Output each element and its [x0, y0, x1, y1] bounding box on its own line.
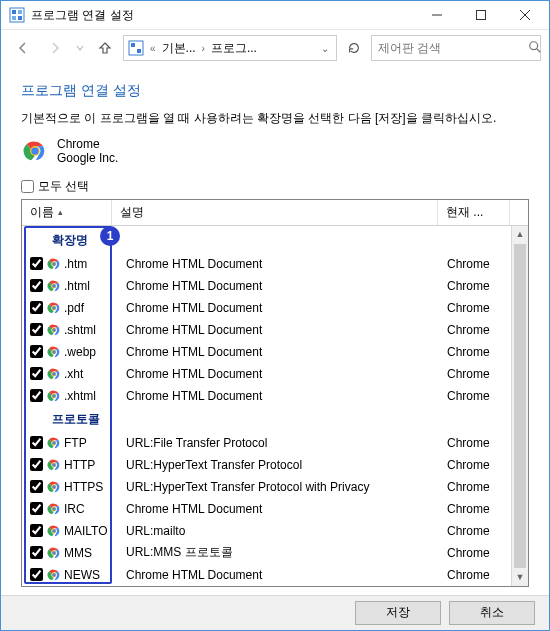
svg-point-40: [52, 441, 55, 444]
row-desc: Chrome HTML Document: [116, 279, 447, 293]
row-checkbox[interactable]: [30, 480, 43, 493]
chrome-icon: [46, 435, 62, 451]
table-row[interactable]: .xht Chrome HTML Document Chrome: [22, 363, 511, 385]
maximize-button[interactable]: [459, 1, 503, 29]
row-checkbox[interactable]: [30, 301, 43, 314]
chrome-icon: [46, 322, 62, 338]
row-checkbox[interactable]: [30, 323, 43, 336]
chrome-icon: [46, 278, 62, 294]
row-checkbox[interactable]: [30, 436, 43, 449]
breadcrumb-seg-2[interactable]: 프로그...: [211, 40, 257, 57]
chrome-icon: [46, 545, 62, 561]
row-checkbox[interactable]: [30, 345, 43, 358]
search-icon[interactable]: [528, 40, 542, 57]
svg-point-34: [52, 372, 55, 375]
control-panel-icon: [9, 7, 25, 23]
forward-button[interactable]: [41, 34, 69, 62]
row-current: Chrome: [447, 279, 511, 293]
history-dropdown-icon[interactable]: [73, 34, 87, 62]
row-checkbox[interactable]: [30, 257, 43, 270]
col-header-current[interactable]: 현재 ...: [438, 200, 510, 225]
row-checkbox[interactable]: [30, 502, 43, 515]
row-desc: Chrome HTML Document: [116, 389, 447, 403]
select-all-row[interactable]: 모두 선택: [21, 178, 529, 195]
row-name: IRC: [64, 502, 116, 516]
table-row[interactable]: .pdf Chrome HTML Document Chrome: [22, 297, 511, 319]
row-desc: URL:HyperText Transfer Protocol: [116, 458, 447, 472]
scroll-thumb[interactable]: [514, 244, 526, 568]
row-current: Chrome: [447, 524, 511, 538]
row-name: .webp: [64, 345, 116, 359]
chrome-icon: [46, 344, 62, 360]
chrome-icon: [46, 567, 62, 583]
row-name: .html: [64, 279, 116, 293]
row-checkbox[interactable]: [30, 389, 43, 402]
search-box[interactable]: [371, 35, 541, 61]
group-header-protocols: 프로토콜: [22, 407, 511, 432]
table-row[interactable]: .shtml Chrome HTML Document Chrome: [22, 319, 511, 341]
row-desc: URL:File Transfer Protocol: [116, 436, 447, 450]
row-checkbox[interactable]: [30, 279, 43, 292]
close-button[interactable]: [503, 1, 547, 29]
svg-point-25: [52, 306, 55, 309]
row-name: HTTPS: [64, 480, 116, 494]
row-name: .pdf: [64, 301, 116, 315]
scroll-up-button[interactable]: ▲: [512, 226, 528, 243]
grid-header: 이름 ▴ 설명 현재 ...: [22, 200, 528, 226]
svg-point-58: [52, 573, 55, 576]
col-header-name[interactable]: 이름 ▴: [22, 200, 112, 225]
svg-point-31: [52, 350, 55, 353]
breadcrumb-seg-1[interactable]: 기본...: [162, 40, 196, 57]
svg-rect-6: [477, 11, 486, 20]
select-all-checkbox[interactable]: [21, 180, 34, 193]
col-header-scroll: [510, 200, 528, 225]
row-name: MAILTO: [64, 524, 116, 538]
svg-rect-3: [12, 16, 16, 20]
table-row[interactable]: IRC Chrome HTML Document Chrome: [22, 498, 511, 520]
associations-grid: 이름 ▴ 설명 현재 ... 확장명 .htm Chrome HTML Docu…: [21, 199, 529, 587]
row-current: Chrome: [447, 345, 511, 359]
grid-body: 확장명 .htm Chrome HTML Document Chrome .ht…: [22, 226, 511, 586]
table-row[interactable]: .htm Chrome HTML Document Chrome: [22, 253, 511, 275]
up-button[interactable]: [91, 34, 119, 62]
row-current: Chrome: [447, 367, 511, 381]
row-desc: Chrome HTML Document: [116, 257, 447, 271]
svg-point-49: [52, 507, 55, 510]
row-checkbox[interactable]: [30, 568, 43, 581]
col-header-desc[interactable]: 설명: [112, 200, 438, 225]
table-row[interactable]: HTTP URL:HyperText Transfer Protocol Chr…: [22, 454, 511, 476]
row-desc: Chrome HTML Document: [116, 367, 447, 381]
cancel-button[interactable]: 취소: [449, 601, 535, 625]
table-row[interactable]: MMS URL:MMS 프로토콜 Chrome: [22, 542, 511, 564]
annotation-badge: 1: [100, 226, 120, 246]
row-name: .xhtml: [64, 389, 116, 403]
row-checkbox[interactable]: [30, 367, 43, 380]
search-input[interactable]: [378, 41, 528, 55]
row-checkbox[interactable]: [30, 458, 43, 471]
row-name: HTTP: [64, 458, 116, 472]
row-checkbox[interactable]: [30, 546, 43, 559]
minimize-button[interactable]: [415, 1, 459, 29]
breadcrumb-prefix[interactable]: «: [148, 43, 158, 54]
address-bar[interactable]: « 기본... › 프로그... ⌄: [123, 35, 337, 61]
table-row[interactable]: MAILTO URL:mailto Chrome: [22, 520, 511, 542]
svg-rect-10: [131, 43, 135, 47]
save-button[interactable]: 저장: [355, 601, 441, 625]
table-row[interactable]: .xhtml Chrome HTML Document Chrome: [22, 385, 511, 407]
table-row[interactable]: FTP URL:File Transfer Protocol Chrome: [22, 432, 511, 454]
chevron-down-icon[interactable]: ⌄: [318, 43, 332, 54]
chrome-icon: [46, 501, 62, 517]
table-row[interactable]: .webp Chrome HTML Document Chrome: [22, 341, 511, 363]
row-name: .htm: [64, 257, 116, 271]
table-row[interactable]: NEWS Chrome HTML Document Chrome: [22, 564, 511, 586]
chrome-icon: [46, 300, 62, 316]
vertical-scrollbar[interactable]: ▲ ▼: [511, 226, 528, 586]
row-checkbox[interactable]: [30, 524, 43, 537]
table-row[interactable]: HTTPS URL:HyperText Transfer Protocol wi…: [22, 476, 511, 498]
refresh-button[interactable]: [341, 35, 367, 61]
back-button[interactable]: [9, 34, 37, 62]
row-name: MMS: [64, 546, 116, 560]
select-all-label: 모두 선택: [38, 178, 89, 195]
table-row[interactable]: .html Chrome HTML Document Chrome: [22, 275, 511, 297]
scroll-down-button[interactable]: ▼: [512, 569, 528, 586]
